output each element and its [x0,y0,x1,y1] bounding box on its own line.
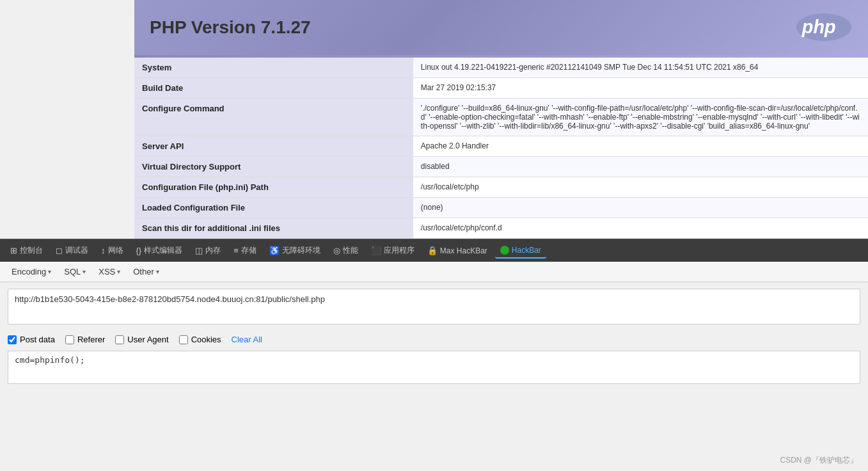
devtools-debugger[interactable]: ◻ 调试器 [51,243,93,259]
debugger-label: 调试器 [65,245,88,256]
hackbar-options: Post data Referer User Agent Cookies Cle… [0,331,868,348]
table-cell-label: Loaded Configuration File [134,198,413,218]
memory-icon: ◫ [195,246,203,255]
table-cell-value: /usr/local/etc/php/conf.d [413,218,868,239]
svg-text:php: php [801,17,836,37]
storage-label: 存储 [241,245,256,256]
xss-chevron-icon: ▾ [117,268,120,275]
phpinfo-table: SystemLinux out 4.19.221-0419221-generic… [134,58,868,239]
hackbar-toolbar: Encoding ▾ SQL ▾ XSS ▾ Other ▾ [0,262,868,282]
hackbar-dot-icon [500,246,509,255]
table-cell-value: /usr/local/etc/php [413,177,868,198]
post-data-option[interactable]: Post data [8,335,55,344]
table-row: Virtual Directory Supportdisabled [134,157,868,177]
referer-option[interactable]: Referer [65,335,105,344]
table-row: Scan this dir for additional .ini files/… [134,218,868,239]
devtools-maxhackbar[interactable]: 🔒 Max HacKBar [422,243,493,258]
style-editor-icon: {} [136,246,142,255]
application-icon: ⬛ [371,246,381,255]
encoding-label: Encoding [12,267,46,276]
devtools-bar: ⊞ 控制台 ◻ 调试器 ↕ 网络 {} 样式编辑器 ◫ 内存 ≡ 存储 ♿ 无障… [0,239,868,262]
user-agent-option[interactable]: User Agent [115,335,168,344]
table-cell-value: './configure' '--build=x86_64-linux-gnu'… [413,99,868,136]
table-row: Loaded Configuration File(none) [134,198,868,218]
devtools-hackbar[interactable]: HackBar [495,243,546,259]
table-cell-label: Virtual Directory Support [134,157,413,177]
table-row: Build DateMar 27 2019 02:15:37 [134,78,868,99]
other-dropdown[interactable]: Other ▾ [127,265,166,278]
table-cell-value: disabled [413,157,868,177]
other-chevron-icon: ▾ [156,268,159,275]
table-cell-value: Linux out 4.19.221-0419221-generic #2021… [413,58,868,78]
devtools-storage[interactable]: ≡ 存储 [228,243,262,259]
referer-checkbox[interactable] [65,335,74,344]
post-data-checkbox[interactable] [8,335,17,344]
storage-icon: ≡ [233,246,239,255]
table-cell-value: Apache 2.0 Handler [413,136,868,157]
xss-dropdown[interactable]: XSS ▾ [92,265,127,278]
user-agent-label: User Agent [127,335,168,344]
table-cell-label: Scan this dir for additional .ini files [134,218,413,239]
memory-label: 内存 [205,245,221,256]
devtools-accessibility[interactable]: ♿ 无障碍环境 [264,243,326,259]
cookies-checkbox[interactable] [179,335,188,344]
sql-dropdown[interactable]: SQL ▾ [58,265,92,278]
post-data-label: Post data [20,335,55,344]
referer-label: Referer [77,335,105,344]
hackbar-label: HackBar [512,246,541,255]
url-input-area[interactable]: http://b1b1e530-5043-415e-b8e2-878120bd5… [8,289,860,324]
table-cell-label: Server API [134,136,413,157]
devtools-memory[interactable]: ◫ 内存 [190,243,226,259]
console-icon: ⊞ [10,246,17,255]
table-cell-label: Build Date [134,78,413,99]
application-label: 应用程序 [384,245,414,256]
table-cell-label: System [134,58,413,78]
devtools-performance[interactable]: ◎ 性能 [328,243,363,259]
user-agent-checkbox[interactable] [115,335,124,344]
footer: CSDN @『铁驴电芯』 [780,455,858,466]
url-value: http://b1b1e530-5043-415e-b8e2-878120bd5… [15,294,325,304]
performance-icon: ◎ [333,246,340,255]
network-icon: ↕ [101,246,106,255]
sql-chevron-icon: ▾ [83,268,86,275]
table-cell-value: (none) [413,198,868,218]
style-editor-label: 样式编辑器 [144,245,182,256]
accessibility-icon: ♿ [269,246,280,255]
post-data-textarea[interactable]: cmd=phpinfo(); [8,351,860,384]
table-cell-label: Configure Command [134,99,413,136]
table-row: Configure Command'./configure' '--build=… [134,99,868,136]
table-cell-label: Configuration File (php.ini) Path [134,177,413,198]
cookies-label: Cookies [191,335,221,344]
php-header: PHP Version 7.1.27 php [134,0,868,55]
accessibility-label: 无障碍环境 [282,245,320,256]
devtools-style-editor[interactable]: {} 样式编辑器 [131,243,188,259]
devtools-application[interactable]: ⬛ 应用程序 [366,243,420,259]
performance-label: 性能 [343,245,358,256]
debugger-icon: ◻ [56,246,63,255]
sql-label: SQL [64,267,81,276]
other-label: Other [133,267,154,276]
maxhackbar-label: Max HacKBar [440,246,487,255]
php-logo: php [795,12,853,44]
encoding-dropdown[interactable]: Encoding ▾ [5,265,58,278]
table-row: Server APIApache 2.0 Handler [134,136,868,157]
clear-all-button[interactable]: Clear All [232,335,262,344]
cookies-option[interactable]: Cookies [179,335,221,344]
encoding-chevron-icon: ▾ [48,268,51,275]
table-row: SystemLinux out 4.19.221-0419221-generic… [134,58,868,78]
table-cell-value: Mar 27 2019 02:15:37 [413,78,868,99]
console-label: 控制台 [20,245,43,256]
php-version-title: PHP Version 7.1.27 [150,17,311,38]
phpinfo-container: SystemLinux out 4.19.221-0419221-generic… [134,58,868,239]
devtools-console[interactable]: ⊞ 控制台 [5,243,48,259]
xss-label: XSS [99,267,115,276]
network-label: 网络 [108,245,123,256]
lock-icon: 🔒 [427,246,438,255]
table-row: Configuration File (php.ini) Path/usr/lo… [134,177,868,198]
devtools-network[interactable]: ↕ 网络 [96,243,129,259]
footer-text: CSDN @『铁驴电芯』 [780,456,858,465]
